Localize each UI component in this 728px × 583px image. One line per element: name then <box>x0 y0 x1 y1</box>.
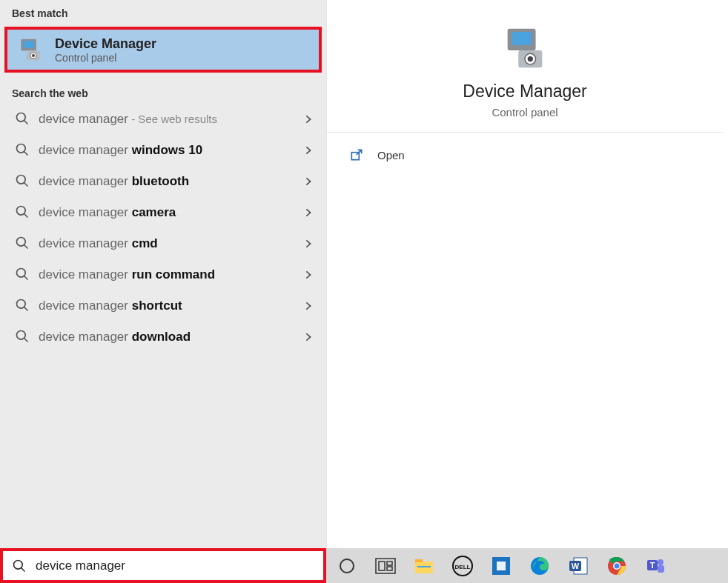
chevron-right-icon[interactable] <box>302 300 314 312</box>
cortana-icon[interactable] <box>332 551 362 581</box>
web-result-text: device manager bluetooth <box>39 174 302 189</box>
svg-rect-50 <box>658 565 664 573</box>
device-manager-large-icon <box>499 22 551 74</box>
web-result-text: device manager cmd <box>39 236 302 251</box>
dell-icon[interactable]: DELL <box>448 551 477 581</box>
svg-point-9 <box>17 176 26 184</box>
search-icon <box>12 559 27 573</box>
open-icon <box>349 147 364 162</box>
web-result-4[interactable]: device manager cmd <box>0 228 326 259</box>
best-match-subtitle: Control panel <box>55 52 156 64</box>
web-result-text: device manager windows 10 <box>39 143 302 158</box>
svg-text:W: W <box>572 562 580 570</box>
file-explorer-icon[interactable] <box>409 551 439 581</box>
search-icon <box>15 173 31 190</box>
svg-rect-35 <box>415 559 423 562</box>
svg-point-5 <box>17 113 26 122</box>
search-icon <box>15 267 31 283</box>
chevron-right-icon[interactable] <box>302 176 314 187</box>
svg-point-17 <box>17 300 26 309</box>
svg-point-13 <box>17 238 26 247</box>
web-result-text: device manager shortcut <box>39 299 302 313</box>
svg-rect-22 <box>512 32 532 45</box>
open-label: Open <box>377 149 405 161</box>
search-icon <box>15 204 31 221</box>
web-result-3[interactable]: device manager camera <box>0 197 326 228</box>
svg-rect-1 <box>24 41 34 48</box>
svg-text:T: T <box>650 561 655 570</box>
chevron-right-icon[interactable] <box>302 113 314 125</box>
web-result-0[interactable]: device manager - See web results <box>0 104 326 135</box>
chevron-right-icon[interactable] <box>302 238 314 250</box>
svg-line-16 <box>24 276 28 280</box>
svg-line-12 <box>24 214 28 218</box>
web-results-list: device manager - See web resultsdevice m… <box>0 104 326 353</box>
open-action[interactable]: Open <box>327 133 723 177</box>
web-result-7[interactable]: device manager download <box>0 322 326 353</box>
web-result-text: device manager - See web results <box>39 112 302 127</box>
web-result-2[interactable]: device manager bluetooth <box>0 166 326 197</box>
search-web-header: Search the web <box>0 80 326 104</box>
best-match-item[interactable]: Device Manager Control panel <box>4 27 322 73</box>
web-result-5[interactable]: device manager run command <box>0 259 326 290</box>
search-icon <box>15 298 31 314</box>
web-result-text: device manager run command <box>39 267 302 282</box>
svg-point-4 <box>32 54 35 57</box>
svg-point-15 <box>17 269 26 278</box>
best-match-header: Best match <box>0 0 326 24</box>
svg-line-20 <box>24 339 28 342</box>
svg-point-25 <box>528 56 533 61</box>
chevron-right-icon[interactable] <box>302 269 314 281</box>
app-icon[interactable] <box>486 551 516 581</box>
svg-rect-31 <box>379 562 385 570</box>
svg-line-14 <box>24 245 28 249</box>
svg-rect-36 <box>417 566 431 567</box>
svg-point-29 <box>340 559 354 573</box>
preview-title: Device Manager <box>327 81 723 101</box>
web-result-1[interactable]: device manager windows 10 <box>0 135 326 166</box>
preview-header: Device Manager Control panel <box>327 0 723 133</box>
word-icon[interactable]: W <box>563 551 593 581</box>
chevron-right-icon[interactable] <box>302 207 314 219</box>
web-result-text: device manager download <box>39 330 302 344</box>
svg-line-8 <box>24 152 28 156</box>
svg-line-18 <box>24 307 28 311</box>
search-results-panel: Best match Device Manager Control panel … <box>0 0 326 548</box>
chevron-right-icon[interactable] <box>302 331 314 343</box>
svg-point-7 <box>17 144 26 153</box>
search-input[interactable] <box>36 559 314 573</box>
edge-icon[interactable] <box>525 551 555 581</box>
svg-rect-32 <box>387 562 392 565</box>
taskview-icon[interactable] <box>371 551 400 581</box>
svg-line-28 <box>21 567 25 571</box>
svg-point-46 <box>615 563 620 568</box>
search-icon <box>15 236 31 252</box>
search-icon <box>15 142 31 159</box>
chevron-right-icon[interactable] <box>302 144 314 156</box>
device-manager-icon <box>16 36 44 64</box>
search-box[interactable] <box>0 548 326 583</box>
teams-icon[interactable]: T <box>641 551 670 581</box>
web-result-text: device manager camera <box>39 205 302 220</box>
svg-text:DELL: DELL <box>455 564 471 570</box>
best-match-title: Device Manager <box>55 36 156 52</box>
search-icon <box>15 111 31 127</box>
svg-line-6 <box>24 121 28 124</box>
chrome-icon[interactable] <box>602 551 632 581</box>
preview-subtitle: Control panel <box>327 106 723 119</box>
svg-point-49 <box>658 559 664 565</box>
taskbar-icons: DELL W T <box>326 551 728 581</box>
taskbar: DELL W T <box>0 548 728 583</box>
web-result-6[interactable]: device manager shortcut <box>0 290 326 322</box>
svg-point-27 <box>14 560 23 569</box>
svg-line-10 <box>24 183 28 187</box>
preview-pane: Device Manager Control panel Open <box>326 0 723 548</box>
svg-rect-33 <box>387 567 392 570</box>
svg-point-11 <box>17 207 26 216</box>
search-icon <box>15 329 31 345</box>
svg-point-19 <box>17 331 26 340</box>
